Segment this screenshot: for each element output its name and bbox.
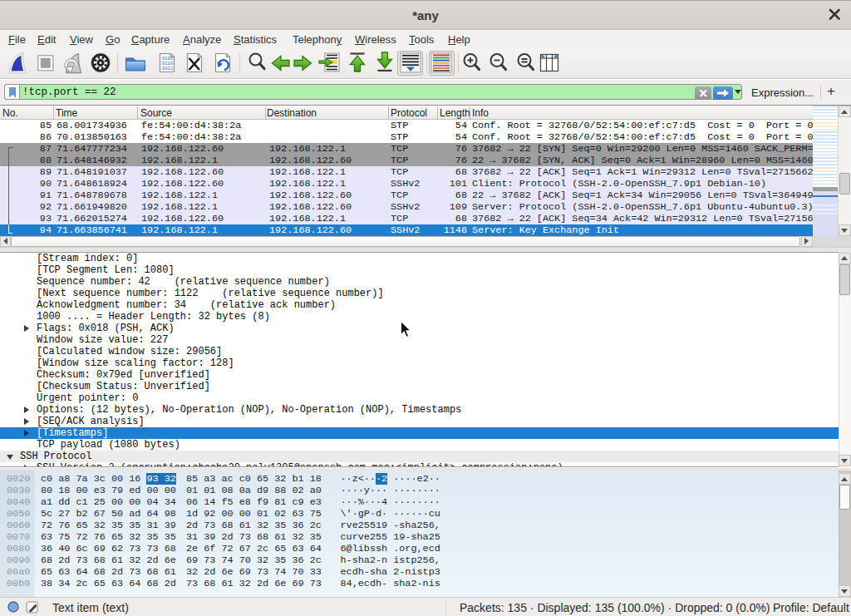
svg-text:0011: 0011 — [162, 66, 174, 71]
